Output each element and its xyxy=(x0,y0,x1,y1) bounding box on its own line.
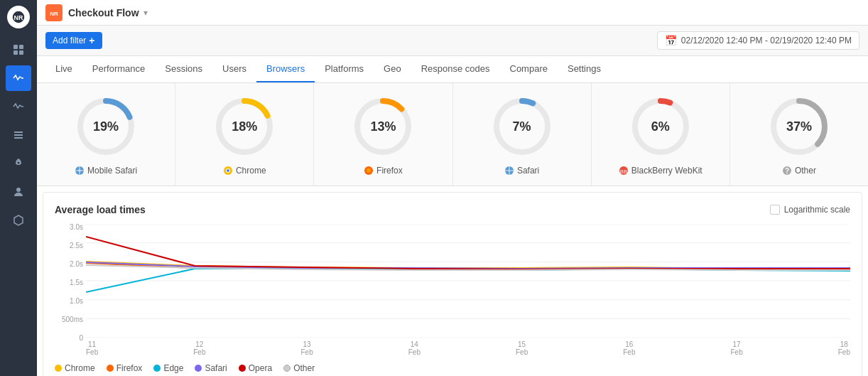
tab-sessions[interactable]: Sessions xyxy=(155,56,212,82)
legend-label-opera: Opera xyxy=(249,363,272,373)
donut-other: 37% xyxy=(767,95,831,159)
add-filter-label: Add filter xyxy=(53,36,86,45)
browser-card-firefox[interactable]: 13% Firefox xyxy=(314,83,452,186)
donut-blackberry: 6% xyxy=(629,95,693,159)
sidebar-icon-user[interactable] xyxy=(6,179,31,205)
chart-section: Average load times Logarithmic scale 3.0… xyxy=(43,192,862,376)
tab-geo[interactable]: Geo xyxy=(374,56,411,82)
svg-rect-8 xyxy=(14,137,23,139)
legend-firefox[interactable]: Firefox xyxy=(107,363,143,373)
sidebar-icon-pulse[interactable] xyxy=(6,94,31,119)
x-label-11feb: 11Feb xyxy=(86,340,98,356)
legend-dot-edge xyxy=(153,365,161,372)
sidebar-icon-hex[interactable] xyxy=(6,208,31,233)
nav-tabs: Live Performance Sessions Users Browsers… xyxy=(37,56,868,83)
chart-right: 11Feb 12Feb 13Feb 14Feb 15Feb 16Feb 17Fe… xyxy=(86,224,850,356)
browser-name-mobile-safari: Mobile Safari xyxy=(75,166,137,176)
y-label-2s: 2.0s xyxy=(55,261,86,268)
donut-label-mobile-safari: 19% xyxy=(93,119,119,134)
browser-card-other[interactable]: 37% ? Other xyxy=(730,83,868,186)
sidebar-icon-list[interactable] xyxy=(6,122,31,148)
svg-point-9 xyxy=(18,162,20,164)
browser-card-mobile-safari[interactable]: 19% Mobile Safari xyxy=(37,83,175,186)
legend-label-safari: Safari xyxy=(205,363,227,373)
x-label-15feb: 15Feb xyxy=(516,340,528,356)
x-label-17feb: 17Feb xyxy=(731,340,743,356)
legend-dot-opera xyxy=(239,365,246,372)
svg-text:?: ? xyxy=(785,167,789,175)
x-label-13feb: 13Feb xyxy=(301,340,313,356)
y-label-3s: 3.0s xyxy=(55,224,86,231)
toolbar: Add filter + 📅 02/12/2020 12:40 PM - 02/… xyxy=(37,26,868,56)
legend-label-edge: Edge xyxy=(163,363,183,373)
browser-name-other: ? Other xyxy=(782,166,816,176)
browser-card-chrome[interactable]: 18% Chrome xyxy=(175,83,314,186)
svg-text:NR: NR xyxy=(50,11,58,17)
svg-rect-7 xyxy=(14,134,23,136)
sidebar-icon-activity[interactable] xyxy=(6,65,31,91)
add-filter-button[interactable]: Add filter + xyxy=(45,32,102,49)
legend-label-chrome: Chrome xyxy=(65,363,95,373)
browser-card-safari[interactable]: 7% Safari xyxy=(453,83,592,186)
chart-wrapper: 3.0s 2.5s 2.0s 1.5s 1.0s 500ms 0 xyxy=(55,224,850,356)
legend-label-firefox: Firefox xyxy=(116,363,143,373)
browser-cards-row: 19% Mobile Safari 18% Chrome xyxy=(37,83,868,186)
x-label-16feb: 16Feb xyxy=(623,340,635,356)
tab-compare[interactable]: Compare xyxy=(500,56,558,82)
log-scale-toggle[interactable]: Logarithmic scale xyxy=(770,205,850,215)
legend-opera[interactable]: Opera xyxy=(239,363,272,373)
tab-live[interactable]: Live xyxy=(45,56,82,82)
legend-dot-firefox xyxy=(107,365,114,372)
tab-settings[interactable]: Settings xyxy=(558,56,611,82)
svg-point-24 xyxy=(227,169,229,172)
svg-marker-11 xyxy=(14,215,23,225)
chart-area xyxy=(86,224,850,338)
chart-header: Average load times Logarithmic scale xyxy=(55,204,850,215)
browser-card-blackberry[interactable]: 6% BB BlackBerry WebKit xyxy=(592,83,730,186)
log-scale-text: Logarithmic scale xyxy=(784,205,850,215)
svg-text:NR: NR xyxy=(14,14,23,21)
x-label-14feb: 14Feb xyxy=(408,340,421,356)
legend-dot-other xyxy=(283,365,291,372)
browser-name-firefox: Firefox xyxy=(364,166,403,176)
svg-rect-4 xyxy=(13,50,18,55)
legend-chrome[interactable]: Chrome xyxy=(55,363,95,373)
app-icon: NR xyxy=(45,4,63,21)
svg-point-28 xyxy=(367,168,371,173)
y-label-2_5s: 2.5s xyxy=(55,242,86,249)
tab-response-codes[interactable]: Response codes xyxy=(411,56,500,82)
sidebar-logo: NR xyxy=(7,6,30,28)
legend-edge[interactable]: Edge xyxy=(153,363,183,373)
tab-platforms[interactable]: Platforms xyxy=(315,56,374,82)
svg-rect-6 xyxy=(14,131,23,133)
donut-mobile-safari: 19% xyxy=(74,95,138,159)
legend-safari[interactable]: Safari xyxy=(195,363,227,373)
chart-svg xyxy=(86,224,850,338)
donut-label-chrome: 18% xyxy=(232,119,257,134)
sidebar-icon-grid[interactable] xyxy=(6,37,31,63)
sidebar-icon-rocket[interactable] xyxy=(6,151,31,176)
y-label-0: 0 xyxy=(55,335,86,342)
svg-rect-5 xyxy=(19,50,23,55)
chart-legend: Chrome Firefox Edge Safari Opera Other xyxy=(55,356,850,373)
x-label-12feb: 12Feb xyxy=(193,340,205,356)
plus-icon: + xyxy=(89,35,94,46)
legend-dot-chrome xyxy=(55,365,62,372)
donut-label-blackberry: 6% xyxy=(651,119,670,134)
svg-rect-3 xyxy=(19,45,23,49)
date-range-picker[interactable]: 📅 02/12/2020 12:40 PM - 02/19/2020 12:40… xyxy=(657,31,859,50)
main-content: NR Checkout Flow ▾ Add filter + 📅 02/12/… xyxy=(37,0,868,376)
app-header: NR Checkout Flow ▾ xyxy=(37,0,868,26)
browser-name-chrome: Chrome xyxy=(223,166,266,176)
donut-safari: 7% xyxy=(490,95,554,159)
tab-browsers[interactable]: Browsers xyxy=(256,56,315,82)
chart-title: Average load times xyxy=(55,204,146,215)
log-scale-checkbox[interactable] xyxy=(770,205,780,215)
chevron-down-icon[interactable]: ▾ xyxy=(143,8,148,18)
tab-performance[interactable]: Performance xyxy=(82,56,155,82)
tab-users[interactable]: Users xyxy=(212,56,256,82)
browser-name-blackberry: BB BlackBerry WebKit xyxy=(619,166,702,176)
y-label-500ms: 500ms xyxy=(55,316,86,323)
legend-label-other: Other xyxy=(293,363,315,373)
legend-other[interactable]: Other xyxy=(283,363,315,373)
